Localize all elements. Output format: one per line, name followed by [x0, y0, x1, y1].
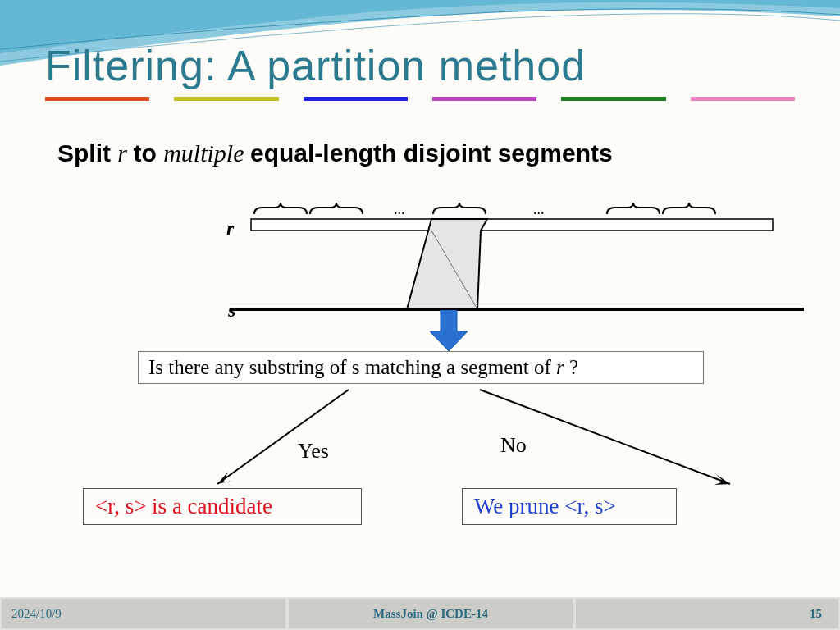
subtitle-multiple: multiple: [163, 139, 250, 167]
svg-rect-0: [251, 219, 773, 231]
svg-line-5: [217, 390, 349, 484]
question-box: Is there any substring of s matching a s…: [138, 351, 704, 384]
slide: Filtering: A partition method Split r to…: [0, 0, 840, 630]
footer-date: 2024/10/9: [0, 597, 287, 630]
footer-venue: MassJoin @ ICDE-14: [287, 597, 574, 630]
subtitle-r: r: [117, 139, 133, 167]
footer: 2024/10/9 MassJoin @ ICDE-14 15: [0, 597, 840, 630]
subtitle: Split r to multiple equal-length disjoin…: [57, 139, 613, 167]
slide-title: Filtering: A partition method: [45, 41, 586, 90]
footer-page: 15: [574, 597, 840, 630]
candidate-box: <r, s> is a candidate: [83, 488, 362, 525]
yes-label: Yes: [298, 439, 329, 463]
subtitle-split: Split: [57, 139, 117, 167]
color-accent-bar: [0, 97, 840, 101]
svg-text:...: ...: [394, 201, 405, 217]
down-arrow-icon: [428, 310, 469, 353]
question-qmark: ?: [569, 356, 578, 378]
no-label: No: [500, 433, 527, 458]
arrow-yes-icon: [205, 386, 369, 492]
question-r: r: [556, 356, 569, 378]
svg-text:...: ...: [533, 201, 545, 217]
partition-diagram: ... ...: [213, 193, 812, 324]
question-text: Is there any substring of s matching a s…: [148, 356, 556, 378]
subtitle-rest: equal-length disjoint segments: [250, 139, 613, 167]
prune-box: We prune <r, s>: [462, 488, 677, 525]
subtitle-to: to: [134, 139, 164, 167]
